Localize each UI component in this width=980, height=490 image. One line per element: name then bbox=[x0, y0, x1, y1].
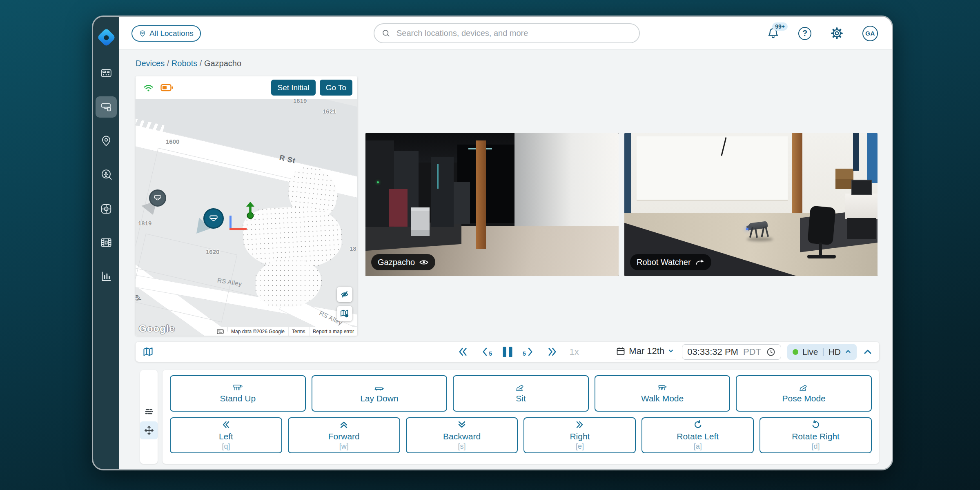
grid-blob bbox=[256, 260, 321, 307]
notifications-button[interactable]: 99+ bbox=[767, 27, 780, 40]
sidebar-item-analytics[interactable] bbox=[96, 266, 117, 287]
scene-equipment bbox=[454, 182, 470, 224]
all-locations-label: All Locations bbox=[149, 29, 194, 38]
go-to-button[interactable]: Go To bbox=[320, 80, 352, 96]
stand-up-button[interactable]: Stand Up bbox=[170, 375, 306, 412]
move-forward-button[interactable]: Forward [w] bbox=[288, 417, 400, 453]
help-button[interactable]: ? bbox=[798, 27, 811, 40]
sit-button[interactable]: Sit bbox=[453, 375, 589, 412]
breadcrumb-separator: / bbox=[167, 59, 169, 68]
logo-diamond-icon bbox=[97, 28, 116, 47]
walk-mode-button[interactable]: Walk Mode bbox=[595, 375, 731, 412]
move-right-button[interactable]: Right [e] bbox=[523, 417, 636, 453]
hide-layers-button[interactable] bbox=[337, 287, 352, 302]
date-value: Mar 12th bbox=[629, 346, 664, 356]
quality-label: HD bbox=[829, 347, 841, 357]
scene-chair-base bbox=[807, 255, 836, 258]
sidebar-item-video-wall[interactable] bbox=[96, 198, 117, 219]
question-icon: ? bbox=[798, 27, 811, 40]
breadcrumb: Devices / Robots / Gazpacho bbox=[136, 59, 241, 68]
scene-under-desk bbox=[847, 218, 876, 239]
search-input[interactable] bbox=[374, 23, 640, 43]
double-chevron-left-icon bbox=[221, 420, 231, 431]
double-chevron-left-icon bbox=[457, 346, 468, 357]
breadcrumb-robots[interactable]: Robots bbox=[172, 59, 197, 68]
scene-red-cabinet bbox=[389, 189, 408, 227]
global-search bbox=[374, 23, 640, 43]
timeline-map-toggle[interactable] bbox=[142, 346, 154, 359]
rotate-ccw-icon bbox=[693, 420, 703, 431]
keyboard-shortcuts-button[interactable] bbox=[214, 327, 227, 336]
move-backward-button[interactable]: Backward [s] bbox=[406, 417, 518, 453]
rotate-right-button[interactable]: Rotate Right [d] bbox=[760, 417, 872, 453]
parcel-label-1620: 1620 bbox=[206, 248, 219, 255]
time-field[interactable]: 03:33:32 PM PDT bbox=[682, 344, 781, 360]
date-picker[interactable]: Mar 12th bbox=[615, 344, 676, 359]
set-initial-button[interactable]: Set Initial bbox=[271, 80, 315, 96]
robot-watcher-feed-label[interactable]: Robot Watcher bbox=[630, 254, 711, 270]
pose-mode-button[interactable]: Pose Mode bbox=[736, 375, 872, 412]
pause-button[interactable] bbox=[503, 347, 512, 357]
axis-x bbox=[229, 228, 247, 230]
robot-shadow bbox=[747, 237, 773, 241]
double-chevron-up-icon bbox=[339, 420, 349, 431]
eye-off-icon bbox=[340, 290, 349, 298]
playback-speed[interactable]: 1x bbox=[570, 342, 579, 362]
skip-forward-value: 5 bbox=[523, 350, 526, 357]
lay-down-button[interactable]: Lay Down bbox=[312, 375, 448, 412]
sidebar-nav bbox=[93, 62, 119, 287]
scene-blue-window bbox=[867, 133, 878, 183]
go-to-device-icon bbox=[695, 258, 705, 266]
double-chevron-right-icon bbox=[547, 346, 558, 357]
app-logo[interactable] bbox=[93, 24, 119, 50]
movement-command-row: Left [q] Forward [w] Backward [s] bbox=[170, 417, 872, 453]
gazpacho-feed-label[interactable]: Gazpacho bbox=[371, 254, 435, 270]
map-canvas[interactable]: R St RS Alley RS Alley ey 1619 1621 1600… bbox=[136, 99, 357, 336]
settings-button[interactable] bbox=[830, 27, 844, 40]
breadcrumb-current: Gazpacho bbox=[204, 59, 241, 68]
scene-led-strip bbox=[437, 164, 439, 189]
pause-bar bbox=[503, 347, 506, 357]
all-locations-button[interactable]: All Locations bbox=[131, 25, 201, 42]
skip-back-5-button[interactable]: 5 bbox=[480, 346, 490, 357]
date-dropdown-chevron bbox=[668, 346, 674, 356]
robot-marker-gazpacho[interactable] bbox=[203, 208, 224, 229]
robot-pose-icon bbox=[798, 383, 810, 392]
desktop-background: All Locations 99+ ? bbox=[0, 0, 980, 490]
live-status-control[interactable]: Live | HD bbox=[787, 344, 857, 360]
map-settings-button[interactable] bbox=[337, 306, 352, 321]
move-left-button[interactable]: Left [q] bbox=[170, 417, 282, 453]
breadcrumb-devices[interactable]: Devices bbox=[136, 59, 165, 68]
scene-server-rack bbox=[431, 157, 454, 227]
calendar-icon bbox=[616, 346, 626, 356]
parcel-label-1619: 1619 bbox=[293, 99, 307, 104]
rotate-left-button[interactable]: Rotate Left [a] bbox=[641, 417, 754, 453]
sidebar-item-explore[interactable] bbox=[96, 164, 117, 185]
terms-link[interactable]: Terms bbox=[289, 327, 309, 336]
camera-feed-robot-watcher: Robot Watcher bbox=[624, 133, 878, 276]
avatar[interactable]: GA bbox=[862, 26, 878, 41]
video-wall-icon bbox=[100, 203, 112, 215]
scene-boxes bbox=[835, 169, 853, 189]
double-chevron-down-icon bbox=[457, 420, 467, 431]
sidebar-item-recordings[interactable] bbox=[96, 232, 117, 253]
goal-arrow bbox=[244, 202, 256, 221]
scene-blue-door bbox=[624, 133, 631, 217]
bar-chart-icon bbox=[100, 270, 112, 283]
control-tool-strip bbox=[140, 370, 158, 464]
robot-marker-secondary[interactable] bbox=[149, 189, 166, 207]
notifications-badge: 99+ bbox=[772, 22, 788, 31]
command-list-button[interactable] bbox=[140, 403, 158, 421]
time-value: 03:33:32 PM bbox=[687, 347, 738, 357]
chevron-up-icon bbox=[863, 347, 873, 357]
report-map-error-link[interactable]: Report a map error bbox=[310, 327, 357, 336]
sidebar-item-locations[interactable] bbox=[96, 130, 117, 151]
sidebar-item-dashboards[interactable] bbox=[96, 62, 117, 84]
skip-forward-5-button[interactable]: 5 bbox=[524, 346, 535, 357]
skip-to-live-button[interactable] bbox=[547, 346, 558, 357]
teleop-move-button[interactable] bbox=[140, 421, 158, 439]
scene-dark-pillar bbox=[853, 133, 859, 171]
skip-to-start-button[interactable] bbox=[457, 346, 468, 357]
collapse-panel-button[interactable] bbox=[863, 347, 873, 357]
sidebar-item-devices[interactable] bbox=[96, 96, 117, 118]
